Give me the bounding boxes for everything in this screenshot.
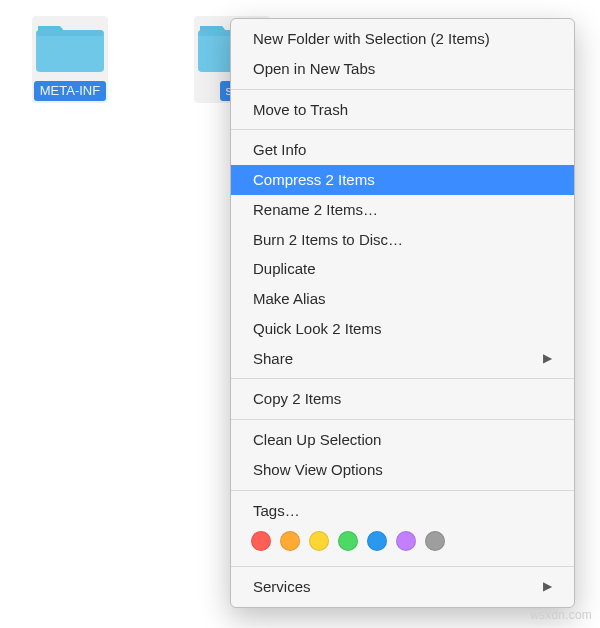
menu-separator — [231, 129, 574, 130]
menu-item[interactable]: Open in New Tabs — [231, 54, 574, 84]
menu-item-label: Open in New Tabs — [253, 58, 375, 80]
menu-item-label: Tags… — [253, 500, 300, 522]
menu-item[interactable]: Tags… — [231, 496, 574, 526]
menu-item-label: Duplicate — [253, 258, 316, 280]
chevron-right-icon: ▶ — [543, 350, 552, 367]
svg-rect-1 — [36, 30, 104, 36]
svg-rect-0 — [36, 30, 104, 72]
menu-item[interactable]: Share▶ — [231, 344, 574, 374]
menu-item[interactable]: Quick Look 2 Items — [231, 314, 574, 344]
watermark: wsxdn.com — [530, 608, 592, 622]
tag-color-dot[interactable] — [367, 531, 387, 551]
menu-item-label: Quick Look 2 Items — [253, 318, 381, 340]
menu-item-label: Compress 2 Items — [253, 169, 375, 191]
menu-item-label: Services — [253, 576, 311, 598]
menu-item-label: Share — [253, 348, 293, 370]
menu-separator — [231, 490, 574, 491]
tag-color-row — [231, 525, 574, 561]
folder-icon — [34, 18, 106, 76]
menu-item[interactable]: Burn 2 Items to Disc… — [231, 225, 574, 255]
menu-separator — [231, 419, 574, 420]
menu-item[interactable]: Move to Trash — [231, 95, 574, 125]
tag-color-dot[interactable] — [251, 531, 271, 551]
menu-item[interactable]: Compress 2 Items — [231, 165, 574, 195]
menu-item-label: Show View Options — [253, 459, 383, 481]
menu-item[interactable]: Copy 2 Items — [231, 384, 574, 414]
menu-item-label: Make Alias — [253, 288, 326, 310]
menu-item[interactable]: Rename 2 Items… — [231, 195, 574, 225]
tag-color-dot[interactable] — [396, 531, 416, 551]
menu-item[interactable]: New Folder with Selection (2 Items) — [231, 24, 574, 54]
menu-item[interactable]: Make Alias — [231, 284, 574, 314]
menu-item-label: Get Info — [253, 139, 306, 161]
menu-item-label: Move to Trash — [253, 99, 348, 121]
menu-separator — [231, 566, 574, 567]
menu-item-label: Burn 2 Items to Disc… — [253, 229, 403, 251]
menu-item[interactable]: Services▶ — [231, 572, 574, 602]
menu-item[interactable]: Duplicate — [231, 254, 574, 284]
menu-item[interactable]: Clean Up Selection — [231, 425, 574, 455]
tag-color-dot[interactable] — [338, 531, 358, 551]
folder-item[interactable]: META-INF — [30, 18, 110, 101]
tag-color-dot[interactable] — [309, 531, 329, 551]
menu-item-label: Rename 2 Items… — [253, 199, 378, 221]
tag-color-dot[interactable] — [280, 531, 300, 551]
menu-separator — [231, 378, 574, 379]
menu-separator — [231, 89, 574, 90]
menu-item[interactable]: Get Info — [231, 135, 574, 165]
menu-item-label: New Folder with Selection (2 Items) — [253, 28, 490, 50]
menu-item-label: Clean Up Selection — [253, 429, 381, 451]
context-menu[interactable]: New Folder with Selection (2 Items)Open … — [230, 18, 575, 608]
tag-color-dot[interactable] — [425, 531, 445, 551]
menu-item[interactable]: Show View Options — [231, 455, 574, 485]
chevron-right-icon: ▶ — [543, 578, 552, 595]
menu-item-label: Copy 2 Items — [253, 388, 341, 410]
